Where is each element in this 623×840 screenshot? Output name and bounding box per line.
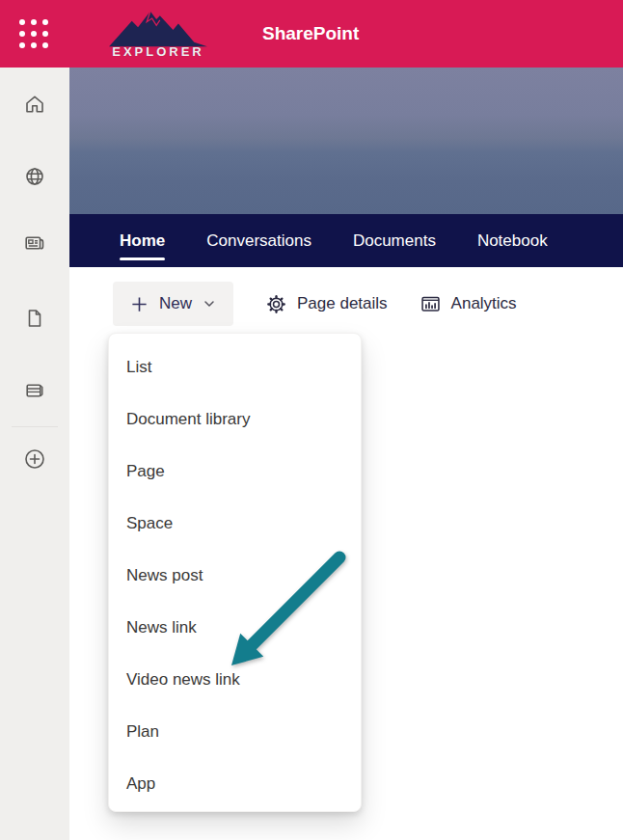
home-icon <box>23 93 46 116</box>
site-nav-bar: Home Conversations Documents Notebook <box>69 214 623 267</box>
add-circle-icon <box>23 447 46 471</box>
document-icon <box>23 307 46 330</box>
new-button-label: New <box>159 294 192 313</box>
tab-home[interactable]: Home <box>120 231 165 251</box>
menu-item-space[interactable]: Space <box>109 498 361 550</box>
left-navigation-rail <box>0 68 69 840</box>
analytics-button[interactable]: Analytics <box>420 293 517 315</box>
sidebar-item-create[interactable] <box>23 447 46 471</box>
new-button[interactable]: New <box>113 282 233 326</box>
app-launcher-button[interactable] <box>0 0 68 68</box>
menu-item-news-post[interactable]: News post <box>109 550 361 602</box>
menu-item-video-news-link[interactable]: Video news link <box>109 654 361 706</box>
command-bar: New Page details <box>113 282 517 326</box>
app-title: SharePoint <box>262 23 359 44</box>
tab-notebook[interactable]: Notebook <box>477 231 548 251</box>
page-details-button[interactable]: Page details <box>265 293 388 315</box>
analytics-label: Analytics <box>451 294 517 313</box>
hero-image <box>69 68 623 214</box>
site-logo[interactable]: EXPLORER <box>93 10 224 59</box>
tab-conversations[interactable]: Conversations <box>206 231 312 251</box>
page-details-label: Page details <box>297 294 388 313</box>
sidebar-item-documents[interactable] <box>23 307 46 330</box>
menu-item-news-link[interactable]: News link <box>109 602 361 654</box>
plus-icon <box>130 295 149 313</box>
page-content: New Page details <box>69 267 623 840</box>
menu-item-document-library[interactable]: Document library <box>109 393 361 446</box>
chevron-down-icon <box>203 297 216 311</box>
rail-divider <box>12 426 58 427</box>
sidebar-item-library[interactable] <box>23 379 46 402</box>
sharepoint-page: { "topbar": { "app_title": "SharePoint",… <box>0 0 623 840</box>
menu-item-plan[interactable]: Plan <box>109 706 361 758</box>
new-dropdown-menu: List Document library Page Space News po… <box>108 333 362 812</box>
newspaper-icon <box>23 231 46 255</box>
sidebar-item-home[interactable] <box>23 93 46 116</box>
tab-documents[interactable]: Documents <box>353 231 436 251</box>
mountain-logo-icon <box>102 10 214 48</box>
sidebar-item-global[interactable] <box>23 165 46 188</box>
sidebar-item-news[interactable] <box>23 231 46 255</box>
gear-icon <box>265 293 287 315</box>
content-stack-icon <box>23 379 46 402</box>
suite-top-bar: EXPLORER SharePoint <box>0 0 623 68</box>
menu-item-page[interactable]: Page <box>109 446 361 498</box>
menu-item-app[interactable]: App <box>109 758 361 810</box>
menu-item-list[interactable]: List <box>109 341 361 393</box>
site-logo-text: EXPLORER <box>112 44 204 59</box>
analytics-icon <box>420 293 442 315</box>
globe-icon <box>23 165 46 188</box>
waffle-icon <box>19 19 48 48</box>
